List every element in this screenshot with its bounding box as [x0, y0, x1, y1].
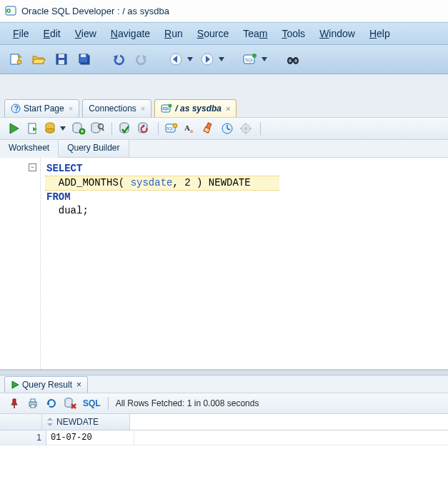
sql-editor[interactable]: − SELECT ADD_MONTHS( sysdate, 2 ) NEWDAT…	[0, 158, 448, 370]
sql-worksheet-dropdown[interactable]	[262, 56, 267, 62]
sql-worksheet-button[interactable]: SQL	[240, 49, 260, 69]
pin-icon[interactable]	[6, 395, 23, 412]
svg-point-59	[244, 127, 247, 130]
editor-gutter: −	[0, 158, 41, 369]
results-tab-bar: Query Result ×	[0, 375, 448, 393]
sql-tuning-button[interactable]	[89, 120, 106, 137]
results-toolbar: SQL All Rows Fetched: 1 in 0.008 seconds	[0, 393, 448, 414]
menu-edit[interactable]: Edit	[36, 25, 68, 42]
svg-text:SQL: SQL	[162, 106, 169, 111]
menu-file[interactable]: File	[6, 25, 36, 42]
menu-view[interactable]: View	[68, 25, 104, 42]
sub-tab-worksheet[interactable]: Worksheet	[0, 140, 59, 158]
menu-help[interactable]: Help	[362, 25, 397, 42]
menu-window[interactable]: Window	[312, 25, 362, 42]
cell[interactable]: 01-07-20	[46, 430, 134, 445]
delete-result-icon[interactable]	[61, 395, 79, 412]
svg-marker-18	[219, 57, 224, 61]
svg-marker-74	[47, 423, 53, 426]
menubar: File Edit View Navigate Run Source Team …	[0, 22, 448, 45]
tab-active-connection[interactable]: SQL / as sysdba ×	[154, 99, 237, 117]
main-toolbar: SQL	[0, 45, 448, 74]
tab-query-result[interactable]: Query Result ×	[4, 376, 88, 393]
table-row[interactable]: 101-07-20	[0, 430, 448, 445]
nav-back-button[interactable]	[166, 49, 186, 69]
redo-button[interactable]	[131, 49, 151, 69]
binoculars-icon[interactable]	[283, 49, 303, 69]
close-icon[interactable]: ×	[69, 104, 73, 113]
document-tabs-area: ? Start Page × Connections × SQL / as sy…	[0, 74, 448, 118]
menu-team[interactable]: Team	[236, 25, 274, 42]
undo-button[interactable]	[109, 49, 129, 69]
column-label: NEWDATE	[56, 417, 99, 427]
column-header[interactable]: NEWDATE	[42, 414, 130, 430]
new-button[interactable]	[6, 49, 26, 69]
separator	[108, 397, 109, 410]
nav-forward-button[interactable]	[197, 49, 217, 69]
run-script-button[interactable]	[24, 120, 41, 137]
svg-rect-7	[59, 60, 64, 64]
nav-back-dropdown[interactable]	[187, 56, 193, 62]
tab-connections[interactable]: Connections ×	[82, 99, 151, 117]
worksheet-toolbar: SQL Aa	[0, 118, 448, 140]
menu-tools[interactable]: Tools	[274, 25, 312, 42]
tab-start-page[interactable]: ? Start Page ×	[4, 99, 79, 117]
save-all-button[interactable]	[74, 49, 94, 69]
refresh-icon[interactable]	[43, 395, 60, 412]
menu-run[interactable]: Run	[157, 25, 190, 42]
svg-marker-33	[10, 123, 19, 133]
open-button[interactable]	[29, 49, 49, 69]
svg-point-50	[173, 123, 177, 128]
sub-tab-bar: Worksheet Query Builder	[0, 140, 448, 158]
svg-marker-22	[262, 57, 267, 61]
separator	[158, 122, 159, 135]
run-statement-button[interactable]	[6, 120, 23, 137]
svg-point-37	[46, 128, 54, 133]
clear-button[interactable]	[200, 120, 217, 137]
close-icon[interactable]: ×	[226, 104, 230, 113]
svg-rect-6	[59, 54, 64, 58]
svg-text:A: A	[184, 123, 190, 132]
svg-text:a: a	[190, 127, 193, 134]
fold-toggle[interactable]: −	[29, 163, 36, 171]
tab-label: Connections	[89, 104, 136, 114]
svg-rect-67	[31, 399, 35, 402]
svg-marker-64	[12, 381, 19, 388]
svg-text:SQL: SQL	[166, 126, 174, 131]
rownum-header	[0, 414, 42, 430]
rollback-button[interactable]	[135, 120, 152, 137]
nav-forward-dropdown[interactable]	[219, 56, 224, 62]
sort-icon	[46, 418, 54, 426]
explain-plan-button[interactable]	[43, 120, 60, 137]
save-button[interactable]	[51, 49, 71, 69]
svg-rect-10	[81, 54, 86, 57]
tab-label: Start Page	[24, 104, 64, 114]
to-upper-lower-button[interactable]: Aa	[181, 120, 199, 137]
menu-navigate[interactable]: Navigate	[104, 25, 157, 42]
settings-button[interactable]	[237, 120, 254, 137]
unshared-worksheet-button[interactable]: SQL	[163, 120, 180, 137]
menu-source[interactable]: Source	[190, 25, 236, 42]
close-icon[interactable]: ×	[76, 380, 81, 390]
grid-header: NEWDATE	[0, 414, 448, 430]
sql-label[interactable]: SQL	[83, 398, 101, 408]
svg-rect-68	[31, 405, 35, 408]
sql-code[interactable]: SELECT ADD_MONTHS( sysdate, 2 ) NEWDATE …	[41, 158, 448, 369]
svg-marker-38	[60, 126, 66, 131]
svg-point-26	[289, 59, 292, 63]
close-icon[interactable]: ×	[141, 104, 145, 113]
print-icon[interactable]	[24, 395, 41, 412]
splitter[interactable]	[0, 370, 448, 375]
sql-history-button[interactable]	[219, 120, 236, 137]
tab-label: Query Result	[22, 380, 72, 390]
autotrace-button[interactable]	[70, 120, 87, 137]
fetch-status: All Rows Fetched: 1 in 0.008 seconds	[116, 398, 259, 408]
svg-point-21	[252, 54, 257, 58]
explain-plan-dropdown[interactable]	[60, 126, 66, 131]
tab-label: / as sysdba	[175, 104, 221, 114]
sub-tab-query-builder[interactable]: Query Builder	[59, 140, 129, 157]
svg-text:?: ?	[14, 105, 19, 113]
app-title: Oracle SQL Developer : / as sysdba	[21, 6, 169, 16]
svg-line-44	[102, 128, 104, 131]
commit-button[interactable]	[116, 120, 134, 137]
